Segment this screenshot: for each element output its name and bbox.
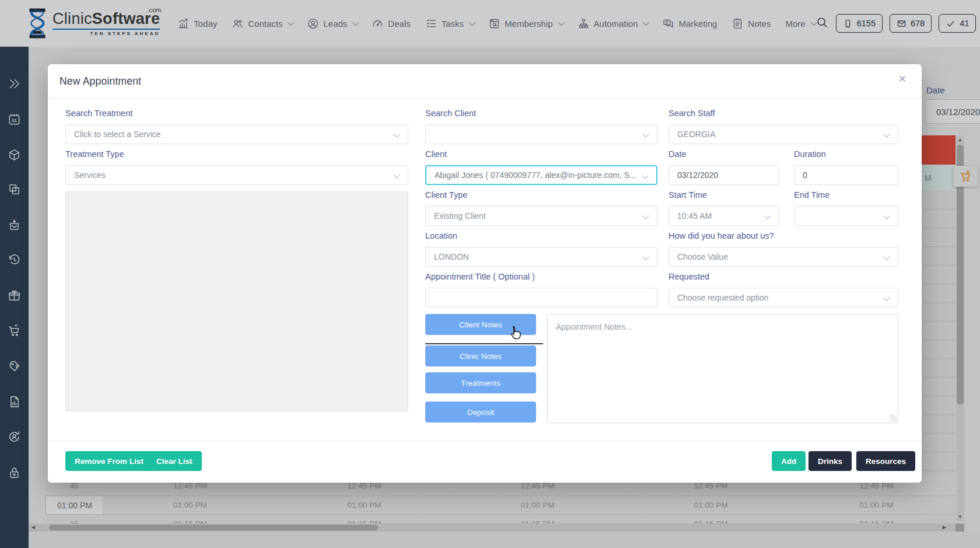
date-label: Date <box>668 149 687 159</box>
treatment-type-select[interactable]: Services <box>65 165 408 185</box>
treatment-type-label: Treatment Type <box>65 149 124 159</box>
treatments-button[interactable]: Treatments <box>425 372 536 393</box>
resources-button[interactable]: Resources <box>856 451 915 471</box>
chevron-down-icon <box>642 253 649 260</box>
deposit-button[interactable]: Deposit <box>425 402 536 423</box>
chevron-down-icon <box>883 212 890 219</box>
chevron-down-icon <box>883 294 890 301</box>
location-label: Location <box>425 231 457 240</box>
chevron-down-icon <box>764 212 771 219</box>
search-client-select[interactable] <box>425 124 657 144</box>
client-type-label: Client Type <box>425 190 467 200</box>
client-select[interactable]: Abigail Jones ( 07490009777, alex@in-pic… <box>425 165 657 185</box>
header-divider <box>48 98 922 99</box>
footer-divider <box>48 441 922 441</box>
hear-about-label: How did you hear about us? <box>668 231 774 240</box>
new-appointment-modal: New Appointment ✕ Search Treatment Click… <box>48 64 922 483</box>
end-time-label: End Time <box>794 190 830 200</box>
chevron-down-icon <box>883 131 890 137</box>
appointment-title-label: Appointment Title ( Optional ) <box>425 272 535 281</box>
appointment-notes-textarea[interactable]: Appointment Notes... <box>547 314 898 423</box>
resize-grip-icon[interactable] <box>890 415 897 421</box>
start-time-select[interactable]: 10:45 AM <box>668 206 779 226</box>
screen: ClinicSoftware .com TEN STEPS AHEAD Toda… <box>0 0 980 548</box>
remove-from-list-button[interactable]: Remove From List <box>65 451 153 471</box>
search-treatment-label: Search Treatment <box>65 109 132 118</box>
search-treatment-select[interactable]: Click to select a Service <box>65 124 408 144</box>
duration-label: Duration <box>794 149 826 159</box>
chevron-down-icon <box>642 172 648 179</box>
location-select[interactable]: LONDON <box>425 247 657 267</box>
drinks-button[interactable]: Drinks <box>808 451 852 471</box>
client-type-select[interactable]: Existing Client <box>425 206 657 226</box>
selected-treatments-list <box>65 191 408 411</box>
clinic-notes-button[interactable]: Clinic Notes <box>425 345 536 367</box>
modal-title: New Appointment <box>60 75 141 88</box>
date-input[interactable]: 03/12/2020 <box>668 165 779 185</box>
hear-about-select[interactable]: Choose Value <box>668 247 898 267</box>
requested-select[interactable]: Choose requested option <box>668 288 898 308</box>
hand-cursor-icon <box>508 324 524 341</box>
client-label: Client <box>425 149 447 159</box>
chevron-down-icon <box>393 172 400 178</box>
add-button[interactable]: Add <box>772 451 806 471</box>
duration-input[interactable]: 0 <box>794 165 898 185</box>
end-time-select[interactable] <box>794 206 898 226</box>
search-staff-label: Search Staff <box>668 109 715 118</box>
chevron-down-icon <box>642 212 649 219</box>
search-client-label: Search Client <box>425 109 476 118</box>
chevron-down-icon <box>393 131 400 137</box>
start-time-label: Start Time <box>668 190 707 200</box>
close-icon[interactable]: ✕ <box>898 73 907 85</box>
appointment-title-input[interactable] <box>425 288 657 308</box>
search-staff-select[interactable]: GEORGIA <box>668 124 898 144</box>
client-notes-active-underline <box>425 343 543 344</box>
clear-list-button[interactable]: Clear List <box>147 451 202 471</box>
requested-label: Requested <box>668 272 709 281</box>
chevron-down-icon <box>642 131 649 137</box>
chevron-down-icon <box>883 253 890 260</box>
